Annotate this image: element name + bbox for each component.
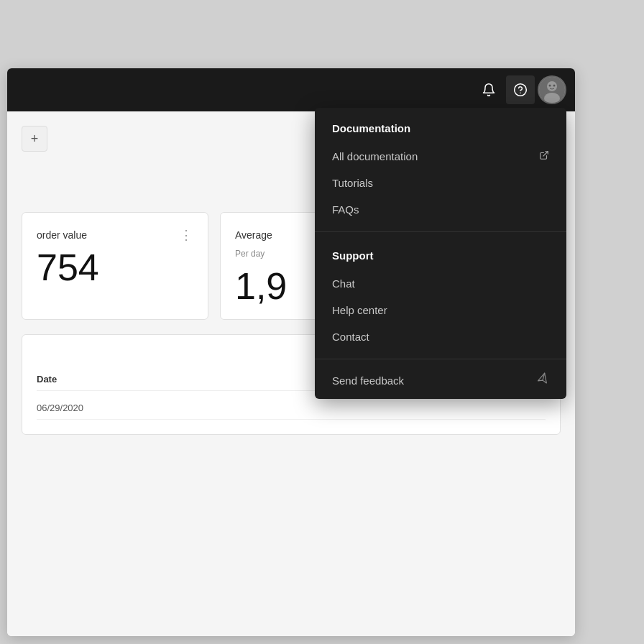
external-link-icon <box>539 150 549 162</box>
menu-divider-1 <box>315 231 566 232</box>
faqs-item[interactable]: FAQs <box>332 196 549 223</box>
send-feedback-label: Send feedback <box>332 374 404 387</box>
avatar <box>539 77 565 103</box>
all-documentation-item[interactable]: All documentation <box>332 143 549 170</box>
navbar <box>7 68 575 111</box>
support-section-title: Support <box>332 249 549 262</box>
tutorials-item[interactable]: Tutorials <box>332 170 549 196</box>
chat-item[interactable]: Chat <box>332 270 549 297</box>
main-window: + Last week order value ⋮ 754 A <box>7 68 575 636</box>
menu-divider-2 <box>315 359 566 359</box>
svg-point-3 <box>547 81 557 91</box>
svg-point-6 <box>553 85 556 87</box>
send-feedback-section: Send feedback <box>315 362 566 399</box>
notification-bell-button[interactable] <box>474 75 503 104</box>
card-menu-dots[interactable]: ⋮ <box>180 227 193 243</box>
svg-point-0 <box>515 84 527 96</box>
order-value-card: order value ⋮ 754 <box>22 212 208 320</box>
help-dropdown-menu: Documentation All documentation Tutorial… <box>315 108 566 399</box>
svg-point-5 <box>549 85 551 87</box>
card2-title: Average <box>235 229 272 241</box>
card-title: order value <box>37 229 87 241</box>
help-center-item[interactable]: Help center <box>332 297 549 323</box>
card-header: order value ⋮ <box>37 227 193 243</box>
send-feedback-icon <box>535 372 551 389</box>
card-value: 754 <box>37 249 193 286</box>
contact-item[interactable]: Contact <box>332 323 549 350</box>
date-cell: 06/29/2020 <box>37 402 546 413</box>
svg-line-7 <box>543 152 548 156</box>
documentation-section: Documentation All documentation Tutorial… <box>315 108 566 229</box>
documentation-section-title: Documentation <box>332 122 549 134</box>
table-row: 06/29/2020 <box>37 397 546 420</box>
add-tab-button[interactable]: + <box>22 126 47 152</box>
send-feedback-item[interactable]: Send feedback <box>332 374 549 387</box>
help-button[interactable] <box>506 75 535 104</box>
support-section: Support Chat Help center Contact <box>315 235 566 356</box>
avatar-button[interactable] <box>538 75 566 104</box>
